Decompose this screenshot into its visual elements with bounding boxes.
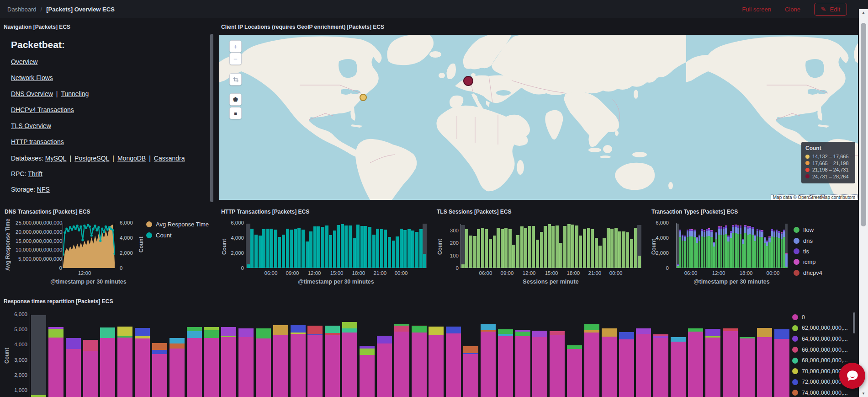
y-tick-label: 0 bbox=[650, 265, 669, 271]
y-tick-label: 10,000,000,000,000 bbox=[16, 247, 62, 253]
legend-item[interactable]: dhcpv4 bbox=[794, 268, 822, 278]
resp-chart[interactable] bbox=[30, 314, 791, 397]
page-scrollbar-thumb[interactable] bbox=[861, 23, 866, 226]
map-legend-title: Count bbox=[805, 145, 851, 151]
map-legend-label: 21,198 – 24,731 bbox=[812, 167, 849, 172]
y-tick-label: 4,000 bbox=[650, 235, 669, 241]
legend-label: Avg Response Time bbox=[156, 221, 209, 228]
legend-dot-icon bbox=[805, 161, 810, 165]
x-tick-label: 18:00 bbox=[349, 270, 369, 276]
y-tick-label: 5,000,000,000,000 bbox=[16, 256, 62, 262]
legend-dot-icon bbox=[792, 358, 798, 364]
page-scrollbar[interactable]: ▲ ▼ bbox=[859, 9, 868, 397]
x-tick-label: 21:00 bbox=[370, 270, 390, 276]
map-tool-draw-polygon[interactable]: ⬟ bbox=[229, 93, 242, 106]
dns-panel-title: DNS Transactions [Packets] ECS bbox=[5, 209, 90, 215]
topbar-actions: Full screen Clone ✎ Edit bbox=[742, 3, 847, 16]
nav-link-postgresql[interactable]: PostgreSQL bbox=[74, 155, 109, 162]
http-transactions-panel: HTTP Transactions [Packets] ECS Count 6,… bbox=[218, 207, 432, 293]
tt-chart[interactable] bbox=[677, 223, 788, 268]
nav-link-overview[interactable]: Overview bbox=[11, 58, 37, 65]
http-chart[interactable] bbox=[246, 223, 427, 268]
tt-panel-title: Transaction Types [Packets] ECS bbox=[651, 209, 738, 215]
map-tool-crop[interactable] bbox=[229, 73, 242, 86]
nav-link-tls-overview[interactable]: TLS Overview bbox=[11, 122, 51, 129]
nav-link-thrift[interactable]: Thrift bbox=[28, 170, 42, 177]
chat-button[interactable] bbox=[839, 363, 865, 389]
world-map[interactable]: +−⬟■ Count 14,132 – 17,66517,665 – 21,19… bbox=[219, 35, 858, 200]
legend-item[interactable]: Count bbox=[146, 230, 209, 241]
breadcrumb-separator: / bbox=[41, 6, 42, 13]
y-tick-label: 3,000 bbox=[7, 357, 27, 363]
legend-item[interactable]: tls bbox=[794, 246, 822, 257]
tls-chart[interactable] bbox=[461, 224, 641, 268]
map-tool-zoom-in[interactable]: + bbox=[229, 40, 242, 53]
nav-text: Storage: bbox=[11, 186, 37, 193]
y-tick-label: 2,000 bbox=[225, 250, 244, 256]
nav-separator: | bbox=[149, 155, 151, 162]
legend-label: flow bbox=[803, 226, 814, 233]
nav-row: HTTP transactions bbox=[11, 138, 64, 145]
legend-item[interactable]: 68,000,000,000,... bbox=[792, 355, 848, 366]
full-screen-button[interactable]: Full screen bbox=[742, 6, 771, 13]
nav-link-nfs[interactable]: NFS bbox=[37, 186, 50, 193]
breadcrumb-dashboard[interactable]: Dashboard bbox=[7, 6, 37, 13]
nav-text: RPC: bbox=[11, 170, 28, 177]
y-tick-label: 0 bbox=[439, 265, 459, 271]
nav-link-http-transactions[interactable]: HTTP transactions bbox=[11, 138, 64, 145]
nav-row: TLS Overview bbox=[11, 122, 51, 129]
dns-transactions-panel: DNS Transactions [Packets] ECS Avg Respo… bbox=[4, 207, 215, 293]
x-tick-label: 18:00 bbox=[563, 270, 583, 276]
y-tick-label: 4,000 bbox=[7, 341, 27, 348]
legend-label: 64,000,000,000,... bbox=[802, 336, 848, 342]
legend-item[interactable]: dns bbox=[794, 235, 822, 246]
map-attribution: Map data © OpenStreetMap contributors bbox=[771, 195, 857, 200]
nav-link-dhcpv4-transactions[interactable]: DHCPv4 Transactions bbox=[11, 106, 74, 113]
nav-link-dns-overview[interactable]: DNS Overview bbox=[11, 90, 53, 97]
legend-label: 66,000,000,000,... bbox=[802, 347, 848, 353]
legend-item[interactable]: icmp bbox=[794, 257, 822, 267]
draw-polygon-icon: ⬟ bbox=[233, 96, 238, 103]
legend-item[interactable]: 62,000,000,000,... bbox=[792, 323, 848, 334]
nav-link-network-flows[interactable]: Network Flows bbox=[11, 74, 53, 81]
legend-item[interactable]: 74,000,000,000,... bbox=[792, 387, 848, 397]
legend-label: 74,000,000,000,... bbox=[802, 390, 848, 396]
legend-label: 0 bbox=[802, 314, 805, 321]
y-tick-label: 15,000,000,000,000 bbox=[16, 238, 62, 244]
legend-item[interactable]: flow bbox=[794, 225, 822, 235]
legend-dot-icon bbox=[146, 232, 152, 238]
clone-button[interactable]: Clone bbox=[785, 6, 800, 13]
map-marker-1[interactable] bbox=[360, 94, 367, 101]
legend-item[interactable]: 66,000,000,000,... bbox=[792, 344, 848, 355]
zoom-in-icon: + bbox=[233, 43, 238, 50]
legend-dot-icon bbox=[792, 336, 798, 342]
map-tool-draw-rectangle[interactable]: ■ bbox=[229, 107, 242, 119]
dns-chart[interactable] bbox=[63, 223, 115, 268]
scroll-down-icon[interactable]: ▼ bbox=[859, 392, 868, 396]
y-tick-label: 5,000 bbox=[7, 326, 27, 333]
dns-left-axis-label: Avg Response Time bbox=[5, 218, 11, 272]
legend-item[interactable]: 0 bbox=[792, 312, 848, 323]
x-tick-label: 06:00 bbox=[261, 270, 281, 276]
nav-link-mysql[interactable]: MySQL bbox=[45, 155, 67, 162]
legend-dot-icon bbox=[794, 238, 799, 244]
x-tick-label: 09:00 bbox=[497, 270, 517, 276]
y-tick-label: 1,000 bbox=[7, 387, 27, 393]
legend-label: dhcpv4 bbox=[803, 269, 822, 276]
x-tick-label: 12:00 bbox=[74, 270, 95, 276]
edit-button[interactable]: ✎ Edit bbox=[814, 3, 847, 16]
map-marker-2[interactable] bbox=[463, 76, 473, 86]
nav-link-tunneling[interactable]: Tunneling bbox=[61, 90, 89, 97]
nav-row: Overview bbox=[11, 58, 37, 65]
map-tool-zoom-out[interactable]: − bbox=[229, 53, 242, 65]
dns-x-axis-label: @timestamp per 30 minutes bbox=[26, 279, 151, 285]
nav-link-mongodb[interactable]: MongoDB bbox=[117, 155, 146, 162]
scroll-up-icon[interactable]: ▲ bbox=[859, 11, 868, 15]
legend-item[interactable]: Avg Response Time bbox=[146, 219, 209, 230]
resp-legend-scrollbar[interactable] bbox=[853, 312, 855, 333]
nav-link-cassandra[interactable]: Cassandra bbox=[154, 155, 185, 162]
nav-scrollbar[interactable] bbox=[210, 34, 213, 202]
y-tick-label: 100 bbox=[439, 252, 459, 259]
map-legend-item: 17,665 – 21,198 bbox=[805, 160, 851, 167]
legend-item[interactable]: 64,000,000,000,... bbox=[792, 333, 848, 344]
